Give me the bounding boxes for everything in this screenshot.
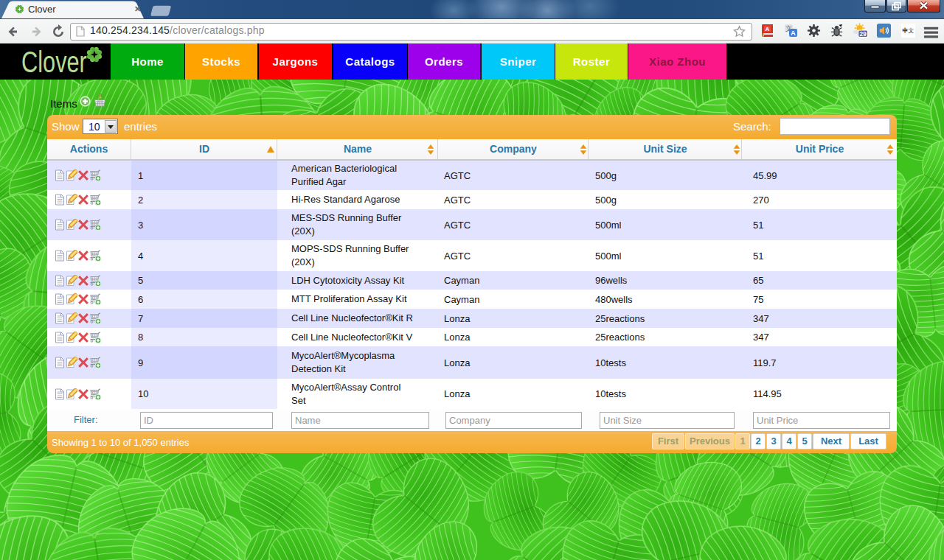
svg-text:文: 文 (909, 27, 914, 34)
svg-text:A: A (766, 26, 770, 32)
svg-text:A: A (791, 29, 796, 37)
svg-text:中: 中 (902, 27, 908, 34)
svg-text:29: 29 (860, 31, 867, 38)
